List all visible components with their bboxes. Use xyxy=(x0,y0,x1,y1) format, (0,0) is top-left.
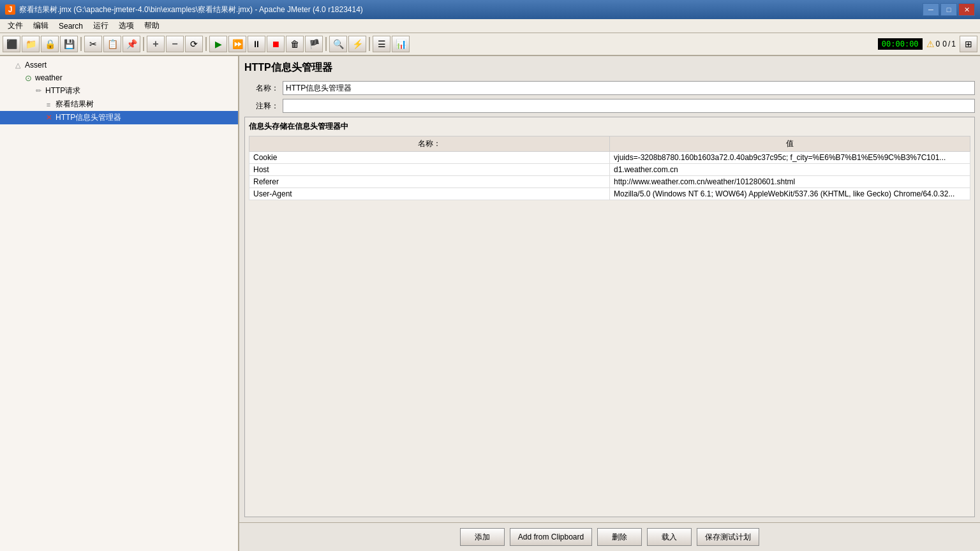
title-bar: J 察看结果树.jmx (G:\apache-jmeter-4.0\bin\ex… xyxy=(0,0,980,19)
table-row[interactable]: Cookievjuids=-3208b8780.160b1603a72.0.40… xyxy=(249,152,970,164)
tb-expand[interactable]: ⊞ xyxy=(960,36,977,52)
tb-cut[interactable]: ✂ xyxy=(84,36,102,52)
name-row: 名称： xyxy=(244,81,975,95)
menu-bar: 文件 编辑 Search 运行 选项 帮助 xyxy=(0,19,980,33)
weather-label: weather xyxy=(35,73,63,82)
close-button[interactable]: ✕ xyxy=(958,3,975,16)
counts-slash: / xyxy=(948,40,950,48)
comment-label: 注释： xyxy=(244,101,283,112)
tb-move[interactable]: ⟳ xyxy=(185,36,203,52)
maximize-button[interactable]: □ xyxy=(940,3,957,16)
col-header-name: 名称： xyxy=(249,136,610,152)
tree-item-weather[interactable]: ⊙ weather xyxy=(0,71,238,84)
panel-title: HTTP信息头管理器 xyxy=(244,61,975,75)
total-count: 1 xyxy=(951,40,956,48)
tree-item-http-header-manager[interactable]: ✕ HTTP信息头管理器 xyxy=(0,111,238,124)
cell-name-3: User-Agent xyxy=(249,188,610,200)
tb-open[interactable]: 📁 xyxy=(22,36,40,52)
tb-search[interactable]: 🔍 xyxy=(329,36,347,52)
load-button[interactable]: 载入 xyxy=(647,528,692,546)
x-icon: ✕ xyxy=(43,113,54,123)
title-bar-text: 察看结果树.jmx (G:\apache-jmeter-4.0\bin\exam… xyxy=(19,4,363,15)
add-from-clipboard-button[interactable]: Add from Clipboard xyxy=(510,528,592,546)
tree-item-assert[interactable]: △ Assert xyxy=(0,59,238,71)
tb-new[interactable]: ⬛ xyxy=(3,36,20,52)
comment-input[interactable] xyxy=(283,99,975,113)
headers-table: 名称： 值 Cookievjuids=-3208b8780.160b1603a7… xyxy=(249,136,970,200)
tb-copy[interactable]: 📋 xyxy=(103,36,121,52)
app-icon: J xyxy=(5,4,15,15)
tb-sep5 xyxy=(369,37,370,51)
menu-help[interactable]: 帮助 xyxy=(139,19,165,33)
tb-flag[interactable]: 🏴 xyxy=(305,36,323,52)
add-button[interactable]: 添加 xyxy=(460,528,505,546)
http-request-label: HTTP请求 xyxy=(45,85,80,96)
tb-pause[interactable]: ⏸ xyxy=(248,36,265,52)
list-icon: ≡ xyxy=(43,99,54,110)
tb-sep2 xyxy=(143,37,144,51)
tb-paste[interactable]: 📌 xyxy=(122,36,140,52)
tb-lock[interactable]: 🔒 xyxy=(41,36,59,52)
weather-icon: ⊙ xyxy=(23,73,33,83)
tb-sep3 xyxy=(205,37,207,51)
table-row[interactable]: Hostd1.weather.com.cn xyxy=(249,164,970,176)
menu-file[interactable]: 文件 xyxy=(3,19,28,33)
delete-button[interactable]: 删除 xyxy=(597,528,642,546)
menu-run[interactable]: 运行 xyxy=(88,19,114,33)
right-panel: HTTP信息头管理器 名称： 注释： 信息头存储在信息头管理器中 名称： xyxy=(239,56,980,522)
cell-name-1: Host xyxy=(249,164,610,176)
tb-save[interactable]: 💾 xyxy=(60,36,78,52)
table-row[interactable]: User-AgentMozilla/5.0 (Windows NT 6.1; W… xyxy=(249,188,970,200)
section-title: 信息头存储在信息头管理器中 xyxy=(249,121,970,132)
error-count: 0 xyxy=(942,40,947,48)
main-layout: △ Assert ⊙ weather ✏ HTTP请求 ≡ 察看结果树 xyxy=(0,56,980,551)
cell-name-0: Cookie xyxy=(249,152,610,164)
tb-start-no-pause[interactable]: ⏩ xyxy=(228,36,246,52)
right-area: HTTP信息头管理器 名称： 注释： 信息头存储在信息头管理器中 名称： xyxy=(239,56,980,551)
title-bar-left: J 察看结果树.jmx (G:\apache-jmeter-4.0\bin\ex… xyxy=(5,4,363,15)
cell-name-2: Referer xyxy=(249,176,610,188)
section-box: 信息头存储在信息头管理器中 名称： 值 Cookievjuids=-3208b8… xyxy=(244,117,975,517)
tb-list[interactable]: ☰ xyxy=(373,36,390,52)
cell-value-3: Mozilla/5.0 (Windows NT 6.1; WOW64) Appl… xyxy=(610,188,970,200)
http-header-manager-label: HTTP信息头管理器 xyxy=(56,112,121,123)
tb-sep4 xyxy=(325,37,327,51)
tb-stop[interactable]: ⏹ xyxy=(267,36,285,52)
view-result-tree-label: 察看结果树 xyxy=(56,99,94,110)
tb-trash[interactable]: 🗑 xyxy=(286,36,304,52)
tree-panel: △ Assert ⊙ weather ✏ HTTP请求 ≡ 察看结果树 xyxy=(0,56,239,551)
warning-icon: ⚠ xyxy=(926,39,935,49)
name-input[interactable] xyxy=(283,81,975,95)
name-label: 名称： xyxy=(244,83,283,94)
assert-label: Assert xyxy=(25,61,47,70)
cell-value-2: http://www.weather.com.cn/weather/101280… xyxy=(610,176,970,188)
tree-item-http-request[interactable]: ✏ HTTP请求 xyxy=(0,84,238,98)
warning-box: ⚠ 0 0 / 1 xyxy=(926,39,956,49)
tb-add[interactable]: + xyxy=(147,36,165,52)
comment-row: 注释： xyxy=(244,99,975,113)
cell-value-1: d1.weather.com.cn xyxy=(610,164,970,176)
assert-icon: △ xyxy=(13,60,23,70)
bottom-bar: 添加 Add from Clipboard 删除 载入 保存测试计划 xyxy=(239,522,980,551)
toolbar: ⬛ 📁 🔒 💾 ✂ 📋 📌 + − ⟳ ▶ ⏩ ⏸ ⏹ 🗑 🏴 🔍 ⚡ ☰ 📊 … xyxy=(0,33,980,56)
title-bar-controls: ─ □ ✕ xyxy=(923,3,975,16)
tb-sep1 xyxy=(80,37,82,51)
warning-count: 0 xyxy=(936,40,940,48)
tb-lightning[interactable]: ⚡ xyxy=(348,36,366,52)
tb-remove[interactable]: − xyxy=(166,36,184,52)
toolbar-right: 00:00:00 ⚠ 0 0 / 1 ⊞ xyxy=(878,36,977,52)
menu-options[interactable]: 选项 xyxy=(114,19,139,33)
tb-start[interactable]: ▶ xyxy=(209,36,227,52)
table-row[interactable]: Refererhttp://www.weather.com.cn/weather… xyxy=(249,176,970,188)
menu-edit[interactable]: 编辑 xyxy=(28,19,54,33)
tb-chart[interactable]: 📊 xyxy=(392,36,410,52)
tree-item-view-result-tree[interactable]: ≡ 察看结果树 xyxy=(0,98,238,111)
col-header-value: 值 xyxy=(610,136,970,152)
minimize-button[interactable]: ─ xyxy=(923,3,939,16)
pencil-icon: ✏ xyxy=(33,86,43,96)
cell-value-0: vjuids=-3208b8780.160b1603a72.0.40ab9c37… xyxy=(610,152,970,164)
save-test-plan-button[interactable]: 保存测试计划 xyxy=(697,528,759,546)
timer-display: 00:00:00 xyxy=(878,38,923,50)
menu-search[interactable]: Search xyxy=(54,20,88,32)
